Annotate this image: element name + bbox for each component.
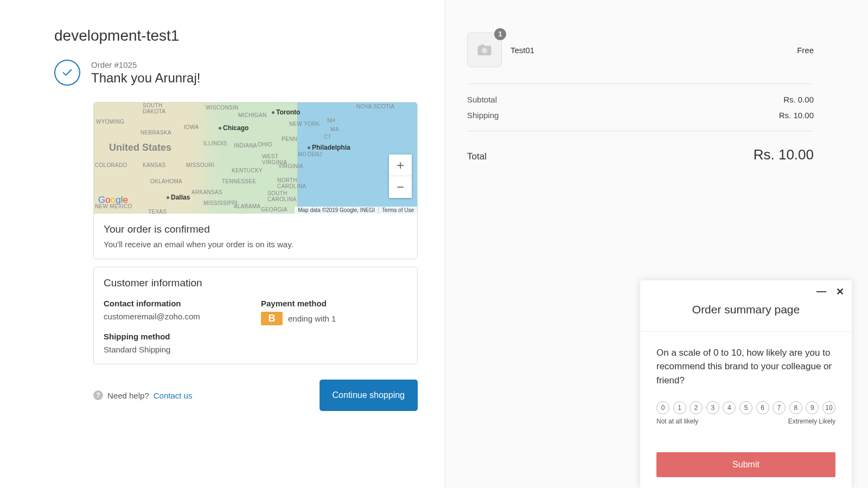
main-column: development-test1 Order #1025 Thank you … (0, 0, 445, 488)
total-value: Rs. 10.00 (754, 146, 814, 163)
contact-us-link[interactable]: Contact us (154, 391, 193, 400)
product-row: 1 Test01 Free (467, 33, 814, 67)
confirmed-subtext: You'll receive an email when your order … (104, 240, 407, 249)
help-icon: ? (93, 390, 103, 400)
product-thumbnail: 1 (467, 33, 502, 67)
site-title: development-test1 (54, 27, 418, 44)
subtotal-label: Subtotal (467, 95, 497, 104)
map-terms-link[interactable]: Terms of Use (378, 207, 417, 214)
contact-email: customeremail@zoho.com (104, 312, 250, 321)
map-data-label: Map data ©2019 Google, INEGI (295, 207, 378, 214)
nps-option-7[interactable]: 7 (773, 401, 786, 414)
product-qty-badge: 1 (494, 28, 506, 40)
total-row: Total Rs. 10.00 (467, 139, 814, 171)
nps-option-8[interactable]: 8 (789, 401, 802, 414)
nps-option-1[interactable]: 1 (673, 401, 686, 414)
google-logo: Google (98, 195, 128, 206)
subtotal-value: Rs. 0.00 (783, 95, 814, 104)
total-label: Total (467, 151, 487, 162)
payment-method-label: Payment method (261, 299, 407, 308)
nps-option-5[interactable]: 5 (739, 401, 752, 414)
nps-low-label: Not at all likely (656, 418, 698, 425)
survey-minimize-icon[interactable]: — (816, 286, 826, 298)
nps-option-4[interactable]: 4 (723, 401, 736, 414)
payment-brand-badge: B (261, 312, 283, 325)
thank-you-heading: Thank you Arunraj! (91, 70, 200, 86)
contact-info-label: Contact information (104, 299, 250, 308)
success-check-icon (54, 60, 80, 86)
map-zoom-in-button[interactable]: + (389, 155, 412, 176)
shipping-method-value: Standard Shipping (104, 345, 250, 354)
map-zoom-out-button[interactable]: − (389, 176, 412, 198)
confirmed-title: Your order is confirmed (104, 223, 407, 235)
survey-close-icon[interactable]: ✕ (836, 286, 844, 298)
customer-info-box: Customer information Contact information… (93, 267, 418, 364)
shipping-label: Shipping (467, 111, 499, 120)
nps-option-6[interactable]: 6 (756, 401, 769, 414)
continue-shopping-button[interactable]: Continue shopping (320, 380, 418, 411)
nps-scale: 0 1 2 3 4 5 6 7 8 9 10 (656, 401, 835, 414)
survey-submit-button[interactable]: Submit (656, 452, 835, 477)
order-number: Order #1025 (91, 60, 200, 69)
payment-ending-text: ending with 1 (288, 314, 336, 323)
subtotal-row: Subtotal Rs. 0.00 (467, 92, 814, 107)
survey-widget: — ✕ Order summary page On a scale of 0 t… (640, 280, 852, 489)
divider (467, 84, 814, 84)
product-name: Test01 (510, 46, 534, 55)
footer-row: ? Need help? Contact us Continue shoppin… (93, 380, 418, 411)
nps-option-9[interactable]: 9 (806, 401, 819, 414)
map-image[interactable]: United States SOUTH DAKOTA WISCONSIN MIC… (94, 102, 417, 214)
nps-option-2[interactable]: 2 (690, 401, 703, 414)
nps-option-10[interactable]: 10 (822, 401, 835, 414)
map-attribution: Map data ©2019 Google, INEGI Terms of Us… (295, 207, 417, 214)
survey-question: On a scale of 0 to 10, how likely are yo… (656, 346, 835, 388)
order-confirm-box: United States SOUTH DAKOTA WISCONSIN MIC… (93, 102, 418, 259)
divider (467, 131, 814, 131)
survey-title: Order summary page (640, 298, 852, 332)
svg-point-0 (482, 48, 487, 53)
customer-info-title: Customer information (104, 277, 407, 289)
help-text: Need help? (107, 391, 149, 400)
thank-you-row: Order #1025 Thank you Arunraj! (54, 60, 418, 86)
shipping-value: Rs. 10.00 (779, 111, 814, 120)
shipping-row: Shipping Rs. 10.00 (467, 107, 814, 123)
product-price: Free (797, 46, 814, 55)
nps-high-label: Extremely Likely (788, 418, 835, 425)
help-block: ? Need help? Contact us (93, 390, 192, 400)
nps-option-3[interactable]: 3 (706, 401, 719, 414)
map-zoom-control: + − (389, 155, 412, 198)
shipping-method-label: Shipping method (104, 332, 250, 341)
map-country-label: United States (109, 142, 171, 153)
nps-option-0[interactable]: 0 (656, 401, 669, 414)
